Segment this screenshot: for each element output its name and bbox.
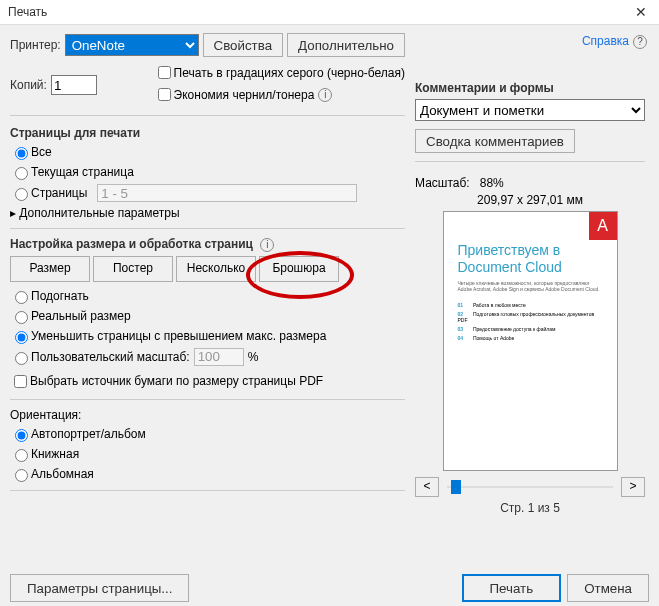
orient-auto-label: Автопортрет/альбом xyxy=(31,427,146,441)
printer-select[interactable]: OneNote xyxy=(65,34,199,56)
prev-page-button[interactable]: < xyxy=(415,477,439,497)
info-icon[interactable]: i xyxy=(260,238,274,252)
savink-label: Экономия чернил/тонера xyxy=(174,88,315,102)
fit-radio[interactable] xyxy=(15,291,28,304)
tab-multiple[interactable]: Несколько xyxy=(176,256,256,282)
orient-landscape-label: Альбомная xyxy=(31,467,94,481)
help-link[interactable]: Справка xyxy=(582,34,629,48)
shrink-radio[interactable] xyxy=(15,331,28,344)
more-options-toggle[interactable]: ▸ Дополнительные параметры xyxy=(10,206,405,220)
orient-landscape-radio[interactable] xyxy=(15,469,28,482)
sizing-title: Настройка размера и обработка страниц xyxy=(10,237,253,251)
preview-list-item: 03 Предоставление доступа к файлам xyxy=(458,326,605,332)
print-preview: A Приветствуем в Document Cloud Четыре к… xyxy=(443,211,618,471)
orient-portrait-label: Книжная xyxy=(31,447,79,461)
tab-size[interactable]: Размер xyxy=(10,256,90,282)
help-icon[interactable]: ? xyxy=(633,35,647,49)
fit-label: Подогнать xyxy=(31,289,89,303)
paper-source-label: Выбрать источник бумаги по размеру стран… xyxy=(30,374,323,388)
custom-scale-input[interactable] xyxy=(194,348,244,366)
grayscale-checkbox[interactable] xyxy=(158,66,171,79)
pages-range-label: Страницы xyxy=(31,186,87,200)
percent-label: % xyxy=(248,350,259,364)
preview-list-item: 04 Помощь от Adobe xyxy=(458,335,605,341)
pages-range-radio[interactable] xyxy=(15,188,28,201)
actual-label: Реальный размер xyxy=(31,309,131,323)
advanced-button[interactable]: Дополнительно xyxy=(287,33,405,57)
paper-source-checkbox[interactable] xyxy=(14,375,27,388)
next-page-button[interactable]: > xyxy=(621,477,645,497)
preview-list-item: 01 Работа в любом месте xyxy=(458,302,605,308)
slider-thumb[interactable] xyxy=(451,480,461,494)
page-slider[interactable] xyxy=(447,477,613,497)
properties-button[interactable]: Свойства xyxy=(203,33,284,57)
pages-current-radio[interactable] xyxy=(15,167,28,180)
page-indicator: Стр. 1 из 5 xyxy=(415,501,645,515)
pages-current-label: Текущая страница xyxy=(31,165,134,179)
actual-radio[interactable] xyxy=(15,311,28,324)
orient-auto-radio[interactable] xyxy=(15,429,28,442)
cancel-button[interactable]: Отмена xyxy=(567,574,649,602)
close-icon[interactable]: ✕ xyxy=(631,4,651,20)
copies-label: Копий: xyxy=(10,78,47,92)
custom-scale-radio[interactable] xyxy=(15,352,28,365)
printer-label: Принтер: xyxy=(10,38,61,52)
comments-title: Комментарии и формы xyxy=(415,81,645,95)
preview-doc-sub: Четыре ключевые возможности, которые пре… xyxy=(458,280,605,292)
summarize-comments-button[interactable]: Сводка комментариев xyxy=(415,129,575,153)
preview-doc-title: Приветствуем в Document Cloud xyxy=(458,242,605,276)
scale-label: Масштаб: xyxy=(415,176,470,190)
page-setup-button[interactable]: Параметры страницы... xyxy=(10,574,189,602)
window-title: Печать xyxy=(8,5,47,19)
dimensions-label: 209,97 x 297,01 мм xyxy=(415,193,645,207)
orientation-title: Ориентация: xyxy=(10,408,405,422)
pages-all-radio[interactable] xyxy=(15,147,28,160)
adobe-badge-icon: A xyxy=(589,212,617,240)
print-button[interactable]: Печать xyxy=(462,574,562,602)
pages-range-input[interactable] xyxy=(97,184,357,202)
copies-input[interactable] xyxy=(51,75,97,95)
shrink-label: Уменьшить страницы с превышением макс. р… xyxy=(31,329,326,343)
savink-checkbox[interactable] xyxy=(158,88,171,101)
pages-section-title: Страницы для печати xyxy=(10,126,405,140)
tab-poster[interactable]: Постер xyxy=(93,256,173,282)
comments-select[interactable]: Документ и пометки xyxy=(415,99,645,121)
pages-all-label: Все xyxy=(31,145,52,159)
custom-scale-label: Пользовательский масштаб: xyxy=(31,350,190,364)
grayscale-label: Печать в градациях серого (черно-белая) xyxy=(174,66,405,80)
orient-portrait-radio[interactable] xyxy=(15,449,28,462)
scale-value: 88% xyxy=(480,176,504,190)
tab-booklet[interactable]: Брошюра xyxy=(259,256,339,282)
info-icon[interactable]: i xyxy=(318,88,332,102)
preview-list-item: 02 Подготовка готовых профессиональных д… xyxy=(458,311,605,323)
